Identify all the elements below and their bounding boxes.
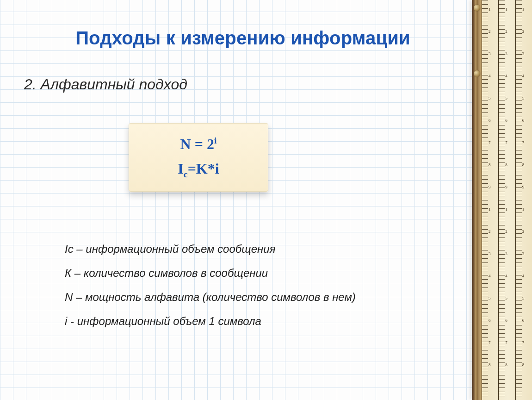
formula-line-1: N = 2i <box>180 136 217 151</box>
slide-title: Подходы к измерению информации <box>23 28 463 49</box>
ruler-tick-number: 4 <box>505 74 507 78</box>
ruler-tick-number: 2 <box>505 29 507 34</box>
ruler-tick-number: 5 <box>489 296 491 300</box>
ruler-tick-number: 7 <box>505 340 507 345</box>
ruler-scale-col: 12345678912345678 <box>482 0 498 400</box>
ruler-rivet-icon <box>474 5 480 11</box>
ruler-tick-number: 2 <box>489 229 491 234</box>
ruler-tick-number: 6 <box>489 118 491 123</box>
ruler-tick-number: 9 <box>522 185 525 189</box>
ruler-tick-number: 7 <box>505 140 507 145</box>
ruler-tick-number: 4 <box>505 274 507 278</box>
ruler-tick-number: 1 <box>505 207 507 212</box>
ruler-tick-number: 1 <box>522 207 525 212</box>
ruler-tick-number: 3 <box>522 51 525 56</box>
ruler-rivet-icon <box>474 70 480 77</box>
ruler-tick-number: 9 <box>489 185 491 189</box>
ruler-tick-number: 1 <box>489 7 491 12</box>
ruler-tick-number: 2 <box>505 229 507 234</box>
ruler-tick-number: 8 <box>489 362 491 367</box>
ruler-tick-number: 7 <box>489 140 491 145</box>
ruler-scales: 12345678912345678 12345678912345678 1234… <box>482 0 532 400</box>
ruler-tick-number: 5 <box>522 296 525 300</box>
ruler-tick-number: 4 <box>489 274 491 278</box>
ruler-tick-number: 3 <box>489 51 491 56</box>
ruler-tick-number: 3 <box>505 251 507 256</box>
ruler-tick-number: 5 <box>522 96 525 100</box>
ruler-tick-number: 8 <box>522 362 525 367</box>
ruler-tick-number: 3 <box>505 51 507 56</box>
definition-item: N – мощность алфавита (количество символ… <box>65 292 453 303</box>
ruler-tick-number: 2 <box>522 29 525 34</box>
ruler-tick-number: 3 <box>522 251 525 256</box>
ruler-tick-number: 7 <box>522 140 525 145</box>
definition-item: Iс – информационный объем сообщения <box>65 244 453 255</box>
ruler-tick-number: 5 <box>489 96 491 100</box>
ruler-rail <box>472 0 482 400</box>
definition-item: К – количество символов в сообщении <box>65 268 453 279</box>
ruler-tick-number: 8 <box>505 362 507 367</box>
ruler-tick-number: 4 <box>522 274 525 278</box>
ruler-tick-number: 2 <box>489 29 491 34</box>
ruler-tick-number: 1 <box>505 7 507 12</box>
ruler-tick-number: 1 <box>489 207 491 212</box>
ruler-scale-col: 12345678912345678 <box>498 0 515 400</box>
slide-content: Подходы к измерению информации 2. Алфави… <box>0 0 532 400</box>
ruler-tick-number: 6 <box>505 118 507 123</box>
ruler-tick-number: 4 <box>522 74 525 78</box>
ruler-scale-col: 12345678912345678 <box>515 0 532 400</box>
ruler-tick-number: 4 <box>489 74 491 78</box>
ruler-tick-number: 3 <box>489 251 491 256</box>
ruler-tick-number: 5 <box>505 96 507 100</box>
ruler-tick-number: 5 <box>505 296 507 300</box>
ruler-tick-number: 9 <box>505 185 507 189</box>
ruler-tick-number: 7 <box>522 340 525 345</box>
slide-subtitle: 2. Алфавитный подход <box>24 76 187 93</box>
ruler-tick-number: 6 <box>505 318 507 323</box>
ruler-tick-number: 8 <box>505 162 507 167</box>
definition-item: i - информационный объем 1 символа <box>65 316 453 327</box>
ruler-tick-number: 6 <box>522 118 525 123</box>
ruler-tick-number: 8 <box>489 162 491 167</box>
ruler-tick-number: 1 <box>522 7 525 12</box>
formula-line-2: Ic=K*i <box>178 161 219 179</box>
ruler-tick-number: 6 <box>522 318 525 323</box>
definitions-list: Iс – информационный объем сообщения К – … <box>65 244 453 327</box>
ruler-tick-number: 8 <box>522 162 525 167</box>
ruler-tick-number: 6 <box>489 318 491 323</box>
slide-ruler-decoration: 12345678912345678 12345678912345678 1234… <box>472 0 532 400</box>
ruler-tick-number: 7 <box>489 340 491 345</box>
formula-box: N = 2i Ic=K*i <box>129 123 268 192</box>
ruler-tick-number: 2 <box>522 229 525 234</box>
